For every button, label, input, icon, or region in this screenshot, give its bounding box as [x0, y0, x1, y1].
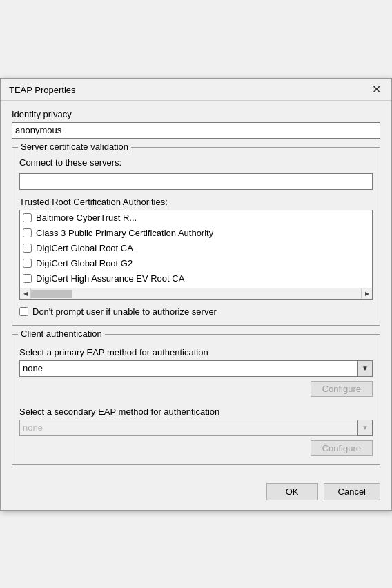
title-bar: TEAP Properties ✕ — [1, 79, 391, 101]
dialog-footer: OK Cancel — [1, 476, 391, 510]
cert-checkbox[interactable] — [23, 259, 32, 268]
client-auth-group: Client authentication Select a primary E… — [12, 334, 380, 465]
primary-eap-row: Select a primary EAP method for authenti… — [19, 347, 373, 397]
no-prompt-label: Don't prompt user if unable to authorize… — [32, 306, 217, 317]
cert-list-scroll[interactable]: Baltimore CyberTrust R...Class 3 Public … — [20, 210, 372, 288]
hscroll-track — [31, 288, 361, 299]
no-prompt-checkbox[interactable] — [19, 307, 28, 316]
primary-configure-button[interactable]: Configure — [311, 381, 373, 397]
cert-list-item[interactable]: Class 3 Public Primary Certification Aut… — [20, 226, 372, 241]
cert-list-item[interactable]: DigiCert Global Root G2 — [20, 256, 372, 271]
cert-label: DigiCert Global Root G2 — [36, 258, 133, 268]
ok-button[interactable]: OK — [266, 483, 318, 500]
cancel-button[interactable]: Cancel — [324, 483, 380, 500]
trusted-cert-label: Trusted Root Certification Authorities: — [19, 197, 373, 207]
primary-eap-label: Select a primary EAP method for authenti… — [19, 347, 373, 357]
horizontal-scrollbar[interactable]: ◀ ▶ — [20, 288, 372, 299]
secondary-eap-select[interactable]: none — [19, 420, 373, 436]
cert-label: Baltimore CyberTrust R... — [36, 213, 137, 223]
close-button[interactable]: ✕ — [369, 83, 383, 97]
secondary-configure-button[interactable]: Configure — [311, 440, 373, 456]
server-cert-group-label: Server certificate validation — [18, 141, 131, 152]
cert-list-item[interactable]: DigiCert Global Root CA — [20, 241, 372, 256]
teap-properties-dialog: TEAP Properties ✕ Identity privacy Serve… — [0, 78, 392, 511]
hscroll-thumb — [31, 290, 72, 298]
secondary-eap-label: Select a secondary EAP method for authen… — [19, 406, 373, 417]
no-prompt-row: Don't prompt user if unable to authorize… — [19, 306, 373, 317]
client-auth-group-label: Client authentication — [18, 329, 105, 339]
server-cert-group: Server certificate validation Connect to… — [12, 147, 380, 326]
cert-label: Class 3 Public Primary Certification Aut… — [36, 228, 213, 238]
connect-servers-input[interactable] — [19, 173, 373, 190]
cert-listbox-container: Trusted Root Certification Authorities: … — [19, 197, 373, 300]
cert-checkbox[interactable] — [23, 244, 32, 253]
primary-eap-dropdown-container: none EAP-TLS EAP-MSCHAPv2 ▼ — [19, 360, 373, 377]
hscroll-left-arrow[interactable]: ◀ — [20, 288, 31, 299]
cert-label: DigiCert High Assurance EV Root CA — [36, 273, 184, 284]
cert-checkbox[interactable] — [23, 228, 32, 237]
cert-label: DigiCert Global Root CA — [36, 243, 133, 253]
cert-listbox: Baltimore CyberTrust R...Class 3 Public … — [19, 210, 373, 300]
secondary-eap-dropdown-container: none ▼ — [19, 420, 373, 436]
cert-checkbox[interactable] — [23, 213, 32, 222]
identity-privacy-label: Identity privacy — [12, 109, 380, 119]
cert-list-item[interactable]: DigiCert High Assurance EV Root CA — [20, 271, 372, 286]
connect-servers-label: Connect to these servers: — [19, 157, 373, 168]
secondary-eap-row: Select a secondary EAP method for authen… — [19, 406, 373, 456]
cert-list-item[interactable]: Baltimore CyberTrust R... — [20, 210, 372, 226]
hscroll-right-arrow[interactable]: ▶ — [361, 288, 372, 299]
cert-checkbox[interactable] — [23, 274, 32, 283]
primary-eap-select[interactable]: none EAP-TLS EAP-MSCHAPv2 — [19, 360, 373, 377]
dialog-title: TEAP Properties — [9, 85, 76, 95]
identity-privacy-input[interactable] — [12, 122, 380, 139]
dialog-body: Identity privacy Server certificate vali… — [1, 101, 391, 476]
